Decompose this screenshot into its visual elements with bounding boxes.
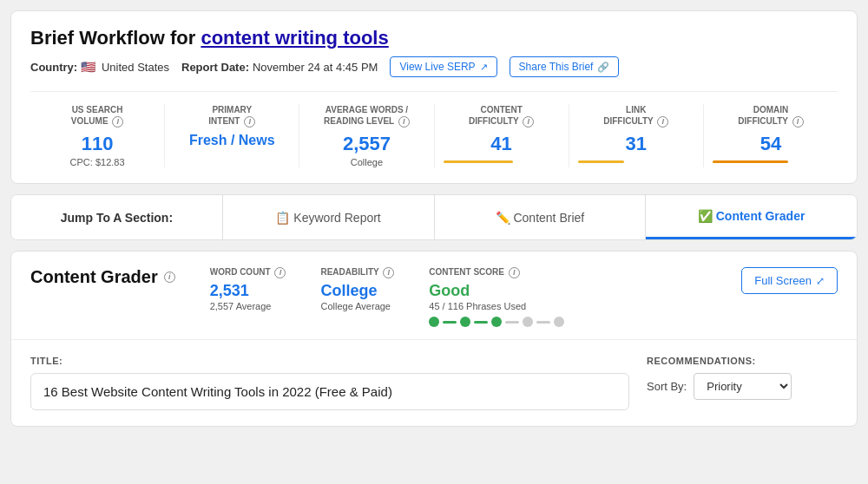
progress-dot-3 <box>491 317 502 327</box>
progress-dot-5 <box>554 317 564 327</box>
stat-link-difficulty: LINKDIFFICULTY i 31 <box>569 104 704 167</box>
progress-line-4 <box>536 321 550 324</box>
content-score-progress <box>429 317 564 327</box>
title-input[interactable] <box>30 373 629 410</box>
stat-primary-intent: PRIMARYINTENT i Fresh / News <box>165 104 299 167</box>
sort-select[interactable]: Priority Alphabetical Score <box>694 373 792 400</box>
external-link-icon: ↗ <box>480 62 488 73</box>
bottom-section: TITLE: RECOMMENDATIONS: Sort By: Priorit… <box>11 340 857 426</box>
share-brief-button[interactable]: Share This Brief 🔗 <box>510 56 620 77</box>
brief-meta: Country: 🇺🇸 United States Report Date: N… <box>30 56 838 77</box>
recommendations-section: RECOMMENDATIONS: Sort By: Priority Alpha… <box>647 356 838 410</box>
link-difficulty-bar <box>578 160 625 163</box>
tab-keyword-report[interactable]: 📋 Keyword Report <box>223 195 435 239</box>
stats-row: US SEARCHVOLUME i 110 CPC: $12.83 PRIMAR… <box>30 91 838 167</box>
tabs-nav: Jump To A Section: 📋 Keyword Report ✏️ C… <box>10 194 858 240</box>
progress-dot-4 <box>523 317 533 327</box>
progress-line-1 <box>443 321 457 324</box>
country-label: Country: 🇺🇸 United States <box>30 60 169 74</box>
content-score-info-icon[interactable]: i <box>509 267 520 278</box>
link-icon: 🔗 <box>597 62 609 73</box>
tab-content-brief[interactable]: ✏️ Content Brief <box>435 195 647 239</box>
domain-difficulty-info-icon[interactable]: i <box>792 116 804 128</box>
grader-stats: WORD COUNT i 2,531 2,557 Average READABI… <box>210 267 716 327</box>
primary-intent-info-icon[interactable]: i <box>244 116 255 128</box>
content-grader-info-icon[interactable]: i <box>164 271 175 283</box>
readability-info-icon[interactable]: i <box>383 267 394 278</box>
grader-word-count: WORD COUNT i 2,531 2,557 Average <box>210 267 286 311</box>
content-grader-card: Content Grader i WORD COUNT i 2,531 2,55… <box>10 251 858 427</box>
content-difficulty-bar <box>444 160 514 163</box>
progress-dot-1 <box>429 317 439 327</box>
title-section: TITLE: <box>30 356 629 410</box>
page-wrapper: Brief Workflow for content writing tools… <box>0 0 868 484</box>
stat-domain-difficulty: DOMAINDIFFICULTY i 54 <box>704 104 838 167</box>
sort-row: Sort By: Priority Alphabetical Score <box>647 373 838 400</box>
stat-us-search-volume: US SEARCHVOLUME i 110 CPC: $12.83 <box>30 104 165 167</box>
jump-to-section-label: Jump To A Section: <box>11 195 223 239</box>
tab-content-grader[interactable]: ✅ Content Grader <box>646 195 857 239</box>
grader-readability: READABILITY i College College Average <box>320 267 394 311</box>
grader-title: Content Grader i <box>30 267 175 287</box>
grader-header: Content Grader i WORD COUNT i 2,531 2,55… <box>11 252 857 340</box>
domain-difficulty-bar <box>713 160 788 163</box>
title-link[interactable]: content writing tools <box>201 27 388 49</box>
stat-avg-words: AVERAGE WORDS /READING LEVEL i 2,557 Col… <box>299 104 434 167</box>
progress-dot-2 <box>460 317 470 327</box>
fullscreen-icon: ⤢ <box>816 275 825 287</box>
link-difficulty-info-icon[interactable]: i <box>657 116 668 128</box>
full-screen-button[interactable]: Full Screen ⤢ <box>741 267 838 294</box>
word-count-info-icon[interactable]: i <box>274 267 286 278</box>
title-section-label: TITLE: <box>30 356 629 366</box>
stat-content-difficulty: CONTENTDIFFICULTY i 41 <box>435 104 569 167</box>
view-live-serp-button[interactable]: View Live SERP ↗ <box>390 56 496 77</box>
progress-line-3 <box>505 321 519 324</box>
grader-content-score: CONTENT SCORE i Good 45 / 116 Phrases Us… <box>429 267 564 327</box>
brief-title: Brief Workflow for content writing tools <box>30 27 838 49</box>
brief-workflow-card: Brief Workflow for content writing tools… <box>10 10 858 184</box>
report-date: Report Date: November 24 at 4:45 PM <box>181 60 378 74</box>
recommendations-label: RECOMMENDATIONS: <box>647 356 838 366</box>
avg-words-info-icon[interactable]: i <box>398 116 410 128</box>
us-search-volume-info-icon[interactable]: i <box>112 116 123 128</box>
progress-line-2 <box>474 321 488 324</box>
content-difficulty-info-icon[interactable]: i <box>523 116 534 128</box>
sort-by-label: Sort By: <box>647 380 687 393</box>
